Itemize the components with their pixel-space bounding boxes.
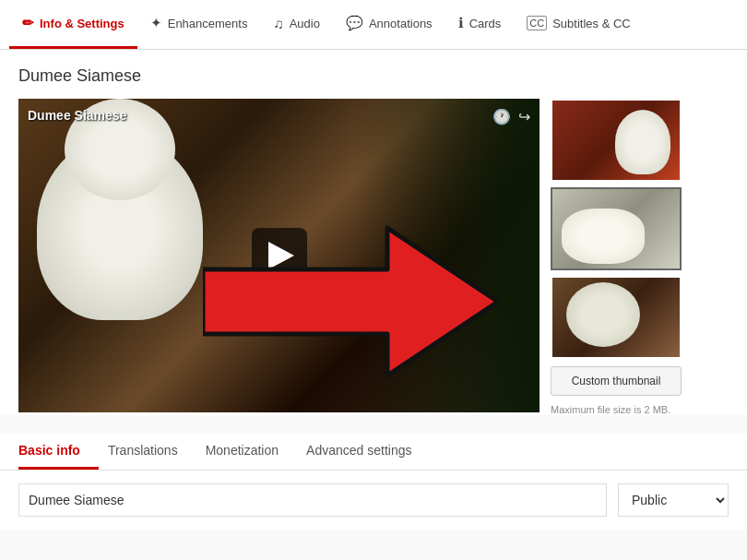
chat-icon: 💬 [346, 15, 363, 31]
info-icon: ℹ [458, 15, 464, 31]
thumbnail-3[interactable] [551, 276, 682, 359]
video-top-controls: 🕐 ↪ [492, 108, 530, 125]
bottom-form: Public Private Unlisted [0, 471, 747, 530]
tab-info-settings[interactable]: ✏ Info & Settings [9, 0, 137, 49]
tab-advanced-settings[interactable]: Advanced settings [306, 434, 430, 470]
top-navigation: ✏ Info & Settings ✦ Enhancements ♫ Audio… [0, 0, 747, 50]
bottom-tabs-bar: Basic info Translations Monetization Adv… [0, 434, 747, 471]
tab-cards[interactable]: ℹ Cards [445, 0, 515, 49]
edit-icon: ✏ [22, 15, 34, 31]
video-player[interactable]: Dumee Siamese 🕐 ↪ [18, 99, 540, 412]
video-title-overlay: Dumee Siamese [28, 108, 126, 123]
sparkle-icon: ✦ [150, 15, 162, 31]
max-file-size-label: Maximum file size is 2 MB. [551, 404, 684, 415]
tab-audio[interactable]: ♫ Audio [260, 0, 333, 49]
play-triangle-icon [268, 242, 294, 269]
music-icon: ♫ [273, 16, 283, 31]
thumb-cat-1-shape [615, 110, 670, 174]
play-button[interactable] [252, 228, 307, 283]
video-title-input[interactable] [18, 483, 607, 517]
thumbnail-2[interactable] [551, 187, 682, 270]
page-content: Dumee Siamese Dumee Siamese 🕐 ↪ [0, 50, 747, 415]
thumbnail-panel: Custom thumbnail Maximum file size is 2 … [551, 99, 684, 415]
tab-translations[interactable]: Translations [108, 434, 196, 470]
share-icon[interactable]: ↪ [518, 108, 530, 125]
thumbnail-1[interactable] [551, 99, 682, 182]
thumbnail-1-bg [552, 101, 680, 180]
tab-basic-info[interactable]: Basic info [18, 434, 99, 470]
visibility-select[interactable]: Public Private Unlisted [618, 483, 729, 517]
tab-monetization[interactable]: Monetization [206, 434, 297, 470]
tab-annotations[interactable]: 💬 Annotations [333, 0, 445, 49]
custom-thumbnail-button[interactable]: Custom thumbnail [551, 366, 682, 396]
page-title: Dumee Siamese [18, 66, 729, 86]
cc-icon: CC [527, 16, 547, 30]
thumbnail-2-bg [552, 189, 680, 268]
thumbnail-3-bg [552, 278, 680, 357]
video-section: Dumee Siamese 🕐 ↪ [18, 99, 729, 415]
thumb-cat-2-shape [562, 209, 645, 264]
thumb-cat-3-shape [566, 282, 640, 347]
watch-later-icon[interactable]: 🕐 [492, 108, 511, 125]
tab-subtitles[interactable]: CC Subtitles & CC [514, 0, 643, 49]
tab-enhancements[interactable]: ✦ Enhancements [137, 0, 261, 49]
